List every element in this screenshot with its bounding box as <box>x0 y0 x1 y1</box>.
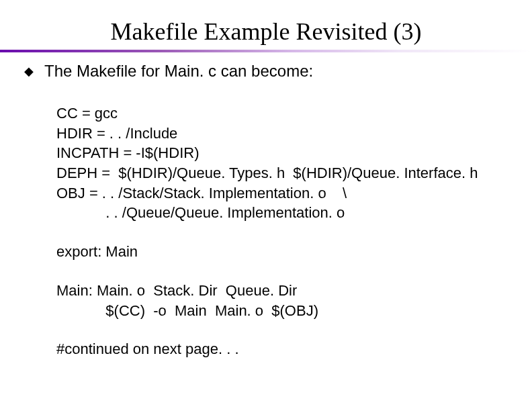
diamond-bullet-icon: ◆ <box>24 64 34 79</box>
code-line: . . /Queue/Queue. Implementation. o <box>56 203 505 223</box>
slide-container: Makefile Example Revisited (3) ◆ The Mak… <box>0 0 532 411</box>
bullet-item: ◆ The Makefile for Main. c can become: <box>24 62 505 81</box>
code-line: CC = gcc <box>56 103 505 124</box>
code-line: DEPH = $(HDIR)/Queue. Types. h $(HDIR)/Q… <box>56 163 505 183</box>
blank-line <box>56 320 505 339</box>
code-line: Main: Main. o Stack. Dir Queue. Dir <box>56 281 505 301</box>
code-line: INCPATH = -I$(HDIR) <box>56 143 505 163</box>
slide-title: Makefile Example Revisited (3) <box>27 17 505 46</box>
code-line: HDIR = . . /Include <box>56 124 505 144</box>
blank-line <box>56 223 505 242</box>
title-underline <box>0 50 532 52</box>
blank-line <box>56 262 505 281</box>
code-block: CC = gcc HDIR = . . /Include INCPATH = -… <box>56 103 505 359</box>
code-line: export: Main <box>56 242 505 262</box>
bullet-text: The Makefile for Main. c can become: <box>44 62 313 81</box>
code-line: $(CC) -o Main Main. o $(OBJ) <box>56 301 505 321</box>
code-line: OBJ = . . /Stack/Stack. Implementation. … <box>56 183 505 203</box>
code-line: #continued on next page. . . <box>56 339 505 359</box>
